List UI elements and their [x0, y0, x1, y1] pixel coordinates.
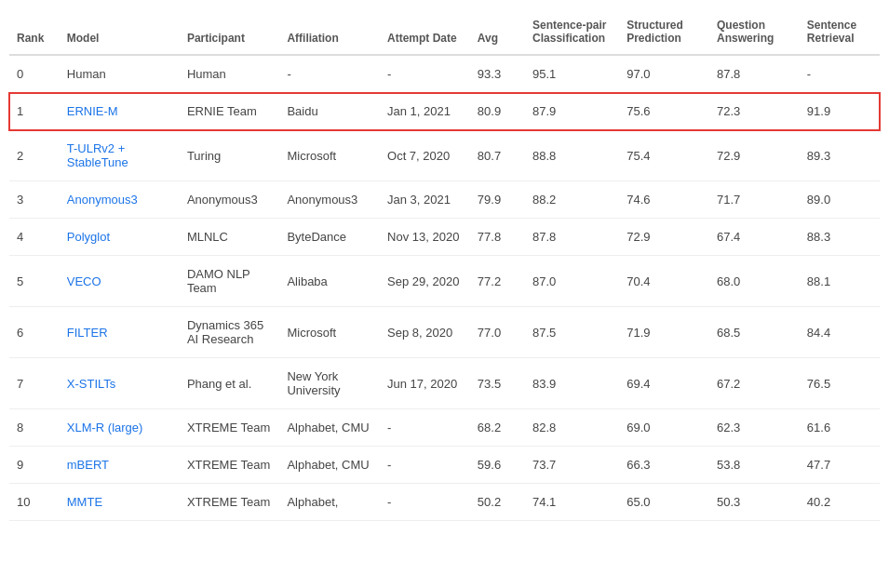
cell-sp: 66.3 [619, 447, 709, 484]
cell-attempt-date: - [380, 55, 470, 93]
cell-attempt-date: Jan 1, 2021 [380, 93, 470, 130]
cell-sr: 40.2 [800, 484, 880, 521]
cell-rank: 3 [9, 181, 60, 219]
cell-rank: 9 [9, 447, 60, 484]
cell-sp: 74.6 [619, 181, 709, 219]
cell-affiliation: ByteDance [279, 219, 380, 256]
model-link[interactable]: X-STILTs [67, 377, 116, 391]
cell-spc: 87.5 [525, 307, 619, 358]
cell-sr: 88.1 [800, 256, 880, 307]
cell-avg: 59.6 [470, 447, 525, 484]
cell-affiliation: Microsoft [279, 307, 380, 358]
cell-sp: 75.4 [619, 130, 709, 181]
cell-participant: XTREME Team [180, 447, 280, 484]
cell-affiliation: - [279, 55, 380, 93]
header-sp: Structured Prediction [619, 9, 709, 55]
cell-sr: 89.0 [800, 181, 880, 219]
cell-affiliation: Alibaba [279, 256, 380, 307]
cell-model[interactable]: T-ULRv2 + StableTune [60, 130, 180, 181]
cell-rank: 4 [9, 219, 60, 256]
cell-qa: 53.8 [709, 447, 800, 484]
model-link[interactable]: FILTER [67, 326, 108, 340]
cell-rank: 0 [9, 55, 60, 93]
table-row: 6FILTERDynamics 365 AI ResearchMicrosoft… [9, 307, 880, 358]
model-link[interactable]: Anonymous3 [67, 193, 138, 207]
model-link[interactable]: Polyglot [67, 230, 110, 244]
cell-sr: - [800, 55, 880, 93]
cell-rank: 5 [9, 256, 60, 307]
cell-qa: 50.3 [709, 484, 800, 521]
cell-participant: Phang et al. [180, 358, 280, 409]
cell-sr: 89.3 [800, 130, 880, 181]
cell-model[interactable]: mBERT [60, 447, 180, 484]
cell-avg: 77.8 [470, 219, 525, 256]
cell-spc: 87.0 [525, 256, 619, 307]
header-affiliation: Affiliation [279, 9, 380, 55]
cell-attempt-date: Jun 17, 2020 [380, 358, 470, 409]
cell-participant: Anonymous3 [180, 181, 280, 219]
cell-qa: 72.3 [709, 93, 800, 130]
table-row: 0HumanHuman--93.395.197.087.8- [9, 55, 880, 93]
table-row: 7X-STILTsPhang et al.New York University… [9, 358, 880, 409]
cell-sr: 47.7 [800, 447, 880, 484]
cell-participant: Human [180, 55, 280, 93]
cell-rank: 2 [9, 130, 60, 181]
cell-model[interactable]: X-STILTs [60, 358, 180, 409]
cell-avg: 73.5 [470, 358, 525, 409]
cell-model[interactable]: XLM-R (large) [60, 409, 180, 447]
cell-sr: 91.9 [800, 93, 880, 130]
cell-sr: 84.4 [800, 307, 880, 358]
cell-qa: 68.5 [709, 307, 800, 358]
cell-sp: 65.0 [619, 484, 709, 521]
cell-spc: 88.8 [525, 130, 619, 181]
cell-qa: 87.8 [709, 55, 800, 93]
model-link[interactable]: MMTE [67, 495, 102, 509]
cell-model[interactable]: VECO [60, 256, 180, 307]
model-link[interactable]: VECO [67, 274, 101, 288]
model-link[interactable]: ERNIE-M [67, 104, 118, 118]
cell-rank: 8 [9, 409, 60, 447]
table-row: 8XLM-R (large)XTREME TeamAlphabet, CMU-6… [9, 409, 880, 447]
cell-affiliation: Alphabet, CMU [279, 447, 380, 484]
cell-qa: 67.4 [709, 219, 800, 256]
cell-avg: 80.9 [470, 93, 525, 130]
cell-spc: 95.1 [525, 55, 619, 93]
cell-spc: 82.8 [525, 409, 619, 447]
model-link[interactable]: XLM-R (large) [67, 421, 143, 434]
cell-affiliation: Alphabet, CMU [279, 409, 380, 447]
cell-avg: 68.2 [470, 409, 525, 447]
cell-participant: Dynamics 365 AI Research [180, 307, 280, 358]
cell-avg: 77.0 [470, 307, 525, 358]
cell-qa: 71.7 [709, 181, 800, 219]
cell-avg: 93.3 [470, 55, 525, 93]
cell-participant: MLNLC [180, 219, 280, 256]
cell-sp: 69.4 [619, 358, 709, 409]
cell-sp: 97.0 [619, 55, 709, 93]
cell-rank: 10 [9, 484, 60, 521]
model-link[interactable]: mBERT [67, 458, 109, 472]
table-row: 3Anonymous3Anonymous3Anonymous3Jan 3, 20… [9, 181, 880, 219]
header-avg: Avg [470, 9, 525, 55]
cell-sr: 88.3 [800, 219, 880, 256]
cell-spc: 87.9 [525, 93, 619, 130]
header-qa: Question Answering [709, 9, 800, 55]
cell-affiliation: Alphabet, [279, 484, 380, 521]
cell-model[interactable]: Polyglot [60, 219, 180, 256]
cell-model[interactable]: Anonymous3 [60, 181, 180, 219]
cell-sr: 61.6 [800, 409, 880, 447]
cell-rank: 7 [9, 358, 60, 409]
table-row: 5VECODAMO NLP TeamAlibabaSep 29, 202077.… [9, 256, 880, 307]
cell-model[interactable]: FILTER [60, 307, 180, 358]
cell-qa: 68.0 [709, 256, 800, 307]
cell-attempt-date: Sep 29, 2020 [380, 256, 470, 307]
cell-attempt-date: Jan 3, 2021 [380, 181, 470, 219]
cell-spc: 83.9 [525, 358, 619, 409]
table-row: 4PolyglotMLNLCByteDanceNov 13, 202077.88… [9, 219, 880, 256]
header-model: Model [60, 9, 180, 55]
model-link[interactable]: T-ULRv2 + StableTune [67, 141, 128, 169]
cell-sp: 70.4 [619, 256, 709, 307]
cell-model: Human [60, 55, 180, 93]
cell-model[interactable]: ERNIE-M [60, 93, 180, 130]
cell-rank: 1 [9, 93, 60, 130]
cell-model[interactable]: MMTE [60, 484, 180, 521]
